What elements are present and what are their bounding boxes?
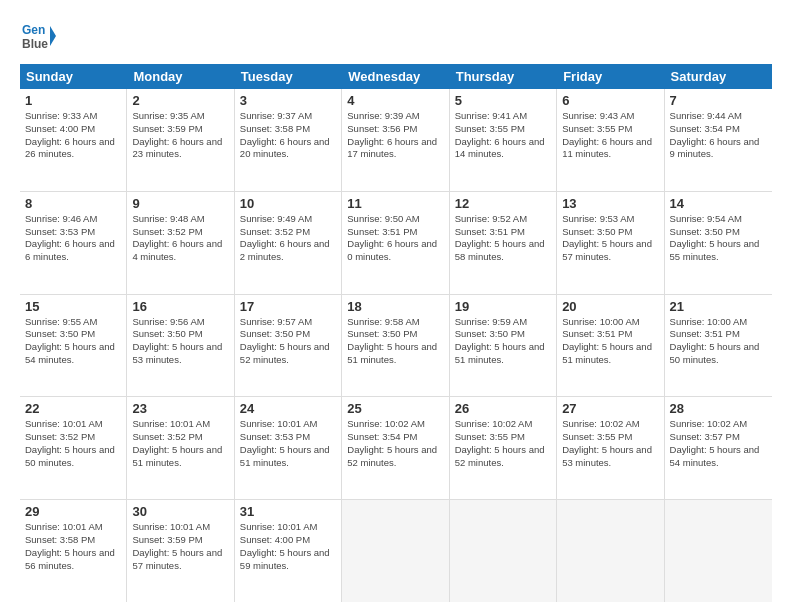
day-number: 27 <box>562 401 658 416</box>
svg-marker-2 <box>50 26 56 46</box>
day-number: 22 <box>25 401 121 416</box>
calendar-row-2: 8Sunrise: 9:46 AMSunset: 3:53 PMDaylight… <box>20 192 772 295</box>
day-number: 17 <box>240 299 336 314</box>
cell-info: Sunrise: 9:52 AMSunset: 3:51 PMDaylight:… <box>455 213 545 262</box>
day-number: 12 <box>455 196 551 211</box>
svg-text:Gen: Gen <box>22 23 45 37</box>
cell-info: Sunrise: 9:55 AMSunset: 3:50 PMDaylight:… <box>25 316 115 365</box>
cell-info: Sunrise: 10:01 AMSunset: 3:59 PMDaylight… <box>132 521 222 570</box>
calendar-cell-empty <box>450 500 557 602</box>
weekday-header-sunday: Sunday <box>20 64 127 89</box>
calendar-cell-day-16: 16Sunrise: 9:56 AMSunset: 3:50 PMDayligh… <box>127 295 234 397</box>
cell-info: Sunrise: 10:00 AMSunset: 3:51 PMDaylight… <box>670 316 760 365</box>
cell-info: Sunrise: 9:58 AMSunset: 3:50 PMDaylight:… <box>347 316 437 365</box>
cell-info: Sunrise: 9:35 AMSunset: 3:59 PMDaylight:… <box>132 110 222 159</box>
weekday-header-saturday: Saturday <box>665 64 772 89</box>
day-number: 10 <box>240 196 336 211</box>
calendar-body: 1Sunrise: 9:33 AMSunset: 4:00 PMDaylight… <box>20 89 772 602</box>
cell-info: Sunrise: 9:43 AMSunset: 3:55 PMDaylight:… <box>562 110 652 159</box>
calendar-cell-empty <box>342 500 449 602</box>
cell-info: Sunrise: 9:37 AMSunset: 3:58 PMDaylight:… <box>240 110 330 159</box>
day-number: 4 <box>347 93 443 108</box>
calendar-cell-day-18: 18Sunrise: 9:58 AMSunset: 3:50 PMDayligh… <box>342 295 449 397</box>
calendar-header: SundayMondayTuesdayWednesdayThursdayFrid… <box>20 64 772 89</box>
calendar-cell-day-17: 17Sunrise: 9:57 AMSunset: 3:50 PMDayligh… <box>235 295 342 397</box>
calendar-cell-empty <box>557 500 664 602</box>
cell-info: Sunrise: 9:39 AMSunset: 3:56 PMDaylight:… <box>347 110 437 159</box>
calendar-cell-day-19: 19Sunrise: 9:59 AMSunset: 3:50 PMDayligh… <box>450 295 557 397</box>
day-number: 13 <box>562 196 658 211</box>
day-number: 14 <box>670 196 767 211</box>
weekday-header-friday: Friday <box>557 64 664 89</box>
calendar-cell-day-31: 31Sunrise: 10:01 AMSunset: 4:00 PMDaylig… <box>235 500 342 602</box>
calendar-cell-day-23: 23Sunrise: 10:01 AMSunset: 3:52 PMDaylig… <box>127 397 234 499</box>
cell-info: Sunrise: 10:01 AMSunset: 3:53 PMDaylight… <box>240 418 330 467</box>
day-number: 20 <box>562 299 658 314</box>
calendar-cell-day-5: 5Sunrise: 9:41 AMSunset: 3:55 PMDaylight… <box>450 89 557 191</box>
cell-info: Sunrise: 10:02 AMSunset: 3:55 PMDaylight… <box>455 418 545 467</box>
calendar-cell-day-14: 14Sunrise: 9:54 AMSunset: 3:50 PMDayligh… <box>665 192 772 294</box>
calendar-cell-empty <box>665 500 772 602</box>
day-number: 5 <box>455 93 551 108</box>
day-number: 19 <box>455 299 551 314</box>
weekday-header-tuesday: Tuesday <box>235 64 342 89</box>
day-number: 3 <box>240 93 336 108</box>
day-number: 28 <box>670 401 767 416</box>
logo: Gen Blue <box>20 18 56 54</box>
day-number: 31 <box>240 504 336 519</box>
calendar-row-5: 29Sunrise: 10:01 AMSunset: 3:58 PMDaylig… <box>20 500 772 602</box>
calendar-cell-day-1: 1Sunrise: 9:33 AMSunset: 4:00 PMDaylight… <box>20 89 127 191</box>
calendar-cell-day-20: 20Sunrise: 10:00 AMSunset: 3:51 PMDaylig… <box>557 295 664 397</box>
cell-info: Sunrise: 10:02 AMSunset: 3:55 PMDaylight… <box>562 418 652 467</box>
day-number: 9 <box>132 196 228 211</box>
day-number: 11 <box>347 196 443 211</box>
weekday-header-wednesday: Wednesday <box>342 64 449 89</box>
calendar-cell-day-25: 25Sunrise: 10:02 AMSunset: 3:54 PMDaylig… <box>342 397 449 499</box>
weekday-header-monday: Monday <box>127 64 234 89</box>
calendar-cell-day-28: 28Sunrise: 10:02 AMSunset: 3:57 PMDaylig… <box>665 397 772 499</box>
day-number: 21 <box>670 299 767 314</box>
cell-info: Sunrise: 9:54 AMSunset: 3:50 PMDaylight:… <box>670 213 760 262</box>
cell-info: Sunrise: 9:44 AMSunset: 3:54 PMDaylight:… <box>670 110 760 159</box>
calendar-cell-day-4: 4Sunrise: 9:39 AMSunset: 3:56 PMDaylight… <box>342 89 449 191</box>
cell-info: Sunrise: 10:01 AMSunset: 3:52 PMDaylight… <box>132 418 222 467</box>
calendar-cell-day-21: 21Sunrise: 10:00 AMSunset: 3:51 PMDaylig… <box>665 295 772 397</box>
day-number: 1 <box>25 93 121 108</box>
calendar-cell-day-2: 2Sunrise: 9:35 AMSunset: 3:59 PMDaylight… <box>127 89 234 191</box>
calendar-row-4: 22Sunrise: 10:01 AMSunset: 3:52 PMDaylig… <box>20 397 772 500</box>
cell-info: Sunrise: 9:53 AMSunset: 3:50 PMDaylight:… <box>562 213 652 262</box>
cell-info: Sunrise: 9:50 AMSunset: 3:51 PMDaylight:… <box>347 213 437 262</box>
cell-info: Sunrise: 9:33 AMSunset: 4:00 PMDaylight:… <box>25 110 115 159</box>
calendar-cell-day-15: 15Sunrise: 9:55 AMSunset: 3:50 PMDayligh… <box>20 295 127 397</box>
svg-text:Blue: Blue <box>22 37 48 51</box>
cell-info: Sunrise: 9:46 AMSunset: 3:53 PMDaylight:… <box>25 213 115 262</box>
calendar-cell-day-3: 3Sunrise: 9:37 AMSunset: 3:58 PMDaylight… <box>235 89 342 191</box>
calendar-cell-day-29: 29Sunrise: 10:01 AMSunset: 3:58 PMDaylig… <box>20 500 127 602</box>
cell-info: Sunrise: 10:01 AMSunset: 3:58 PMDaylight… <box>25 521 115 570</box>
cell-info: Sunrise: 10:00 AMSunset: 3:51 PMDaylight… <box>562 316 652 365</box>
calendar-cell-day-22: 22Sunrise: 10:01 AMSunset: 3:52 PMDaylig… <box>20 397 127 499</box>
day-number: 16 <box>132 299 228 314</box>
calendar-cell-day-11: 11Sunrise: 9:50 AMSunset: 3:51 PMDayligh… <box>342 192 449 294</box>
cell-info: Sunrise: 10:02 AMSunset: 3:54 PMDaylight… <box>347 418 437 467</box>
calendar-cell-day-10: 10Sunrise: 9:49 AMSunset: 3:52 PMDayligh… <box>235 192 342 294</box>
cell-info: Sunrise: 9:49 AMSunset: 3:52 PMDaylight:… <box>240 213 330 262</box>
cell-info: Sunrise: 10:01 AMSunset: 4:00 PMDaylight… <box>240 521 330 570</box>
page-header: Gen Blue <box>20 18 772 54</box>
calendar-row-3: 15Sunrise: 9:55 AMSunset: 3:50 PMDayligh… <box>20 295 772 398</box>
calendar: SundayMondayTuesdayWednesdayThursdayFrid… <box>20 64 772 602</box>
calendar-cell-day-9: 9Sunrise: 9:48 AMSunset: 3:52 PMDaylight… <box>127 192 234 294</box>
calendar-cell-day-24: 24Sunrise: 10:01 AMSunset: 3:53 PMDaylig… <box>235 397 342 499</box>
calendar-cell-day-13: 13Sunrise: 9:53 AMSunset: 3:50 PMDayligh… <box>557 192 664 294</box>
calendar-cell-day-27: 27Sunrise: 10:02 AMSunset: 3:55 PMDaylig… <box>557 397 664 499</box>
cell-info: Sunrise: 10:01 AMSunset: 3:52 PMDaylight… <box>25 418 115 467</box>
cell-info: Sunrise: 9:56 AMSunset: 3:50 PMDaylight:… <box>132 316 222 365</box>
cell-info: Sunrise: 9:48 AMSunset: 3:52 PMDaylight:… <box>132 213 222 262</box>
calendar-cell-day-8: 8Sunrise: 9:46 AMSunset: 3:53 PMDaylight… <box>20 192 127 294</box>
calendar-cell-day-30: 30Sunrise: 10:01 AMSunset: 3:59 PMDaylig… <box>127 500 234 602</box>
calendar-cell-day-7: 7Sunrise: 9:44 AMSunset: 3:54 PMDaylight… <box>665 89 772 191</box>
day-number: 29 <box>25 504 121 519</box>
day-number: 8 <box>25 196 121 211</box>
day-number: 30 <box>132 504 228 519</box>
cell-info: Sunrise: 9:59 AMSunset: 3:50 PMDaylight:… <box>455 316 545 365</box>
